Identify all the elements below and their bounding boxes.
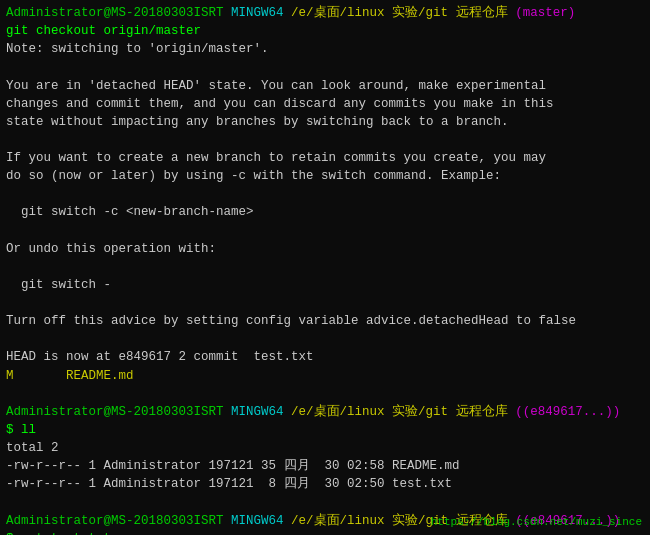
line-21: M README.md xyxy=(6,367,644,385)
line-28 xyxy=(6,493,644,511)
line-23: Administrator@MS-20180303ISRT MINGW64 /e… xyxy=(6,403,644,421)
line-10: do so (now or later) by using -c with th… xyxy=(6,167,644,185)
line-2: git checkout origin/master xyxy=(6,22,644,40)
line-3: Note: switching to 'origin/master'. xyxy=(6,40,644,58)
terminal-window: Administrator@MS-20180303ISRT MINGW64 /e… xyxy=(0,0,650,535)
line-14: Or undo this operation with: xyxy=(6,240,644,258)
footer-url: https://blog.csdn.net/muzi_since xyxy=(431,515,642,531)
line-13 xyxy=(6,222,644,240)
line-12: git switch -c <new-branch-name> xyxy=(6,203,644,221)
line-20: HEAD is now at e849617 2 commit test.txt xyxy=(6,348,644,366)
line-26: -rw-r--r-- 1 Administrator 197121 35 四月 … xyxy=(6,457,644,475)
line-15 xyxy=(6,258,644,276)
line-9: If you want to create a new branch to re… xyxy=(6,149,644,167)
line-1: Administrator@MS-20180303ISRT MINGW64 /e… xyxy=(6,4,644,22)
line-7: state without impacting any branches by … xyxy=(6,113,644,131)
line-22 xyxy=(6,385,644,403)
line-27: -rw-r--r-- 1 Administrator 197121 8 四月 3… xyxy=(6,475,644,493)
line-24: $ ll xyxy=(6,421,644,439)
line-16: git switch - xyxy=(6,276,644,294)
line-11 xyxy=(6,185,644,203)
line-6: changes and commit them, and you can dis… xyxy=(6,95,644,113)
line-5: You are in 'detached HEAD' state. You ca… xyxy=(6,77,644,95)
line-19 xyxy=(6,330,644,348)
line-18: Turn off this advice by setting config v… xyxy=(6,312,644,330)
line-25: total 2 xyxy=(6,439,644,457)
line-4 xyxy=(6,58,644,76)
line-17 xyxy=(6,294,644,312)
line-8 xyxy=(6,131,644,149)
